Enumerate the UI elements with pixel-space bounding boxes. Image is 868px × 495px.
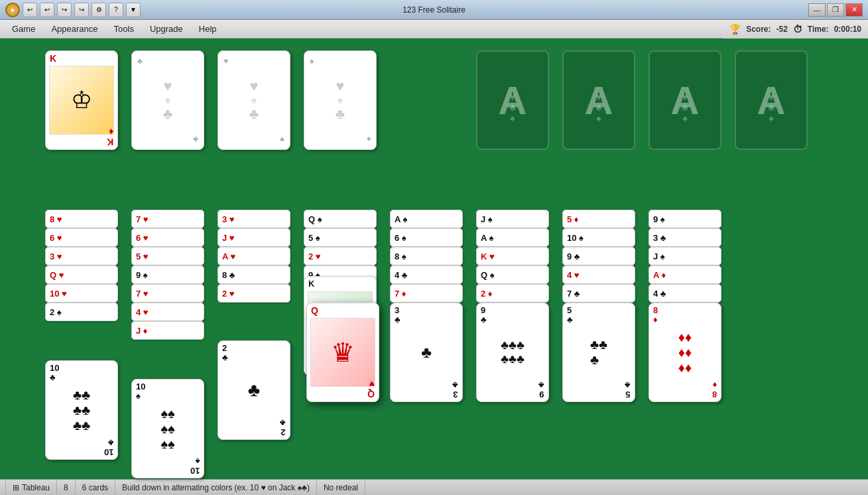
king-art: ♔	[49, 66, 114, 135]
col2-card-3[interactable]: 5 ♥	[131, 247, 204, 265]
toolbar-btn-6[interactable]: ?	[109, 3, 123, 17]
toolbar-btn-5[interactable]: ⚙	[92, 3, 106, 17]
window-controls: — ❐ ✕	[808, 3, 863, 17]
time-value: 0:00:10	[834, 25, 861, 34]
maximize-button[interactable]: ❐	[827, 3, 844, 17]
time-icon: ⏱	[793, 24, 802, 35]
col1-card-6[interactable]: 2 ♠	[45, 303, 118, 321]
game-area[interactable]: K♦ ♔ K♦ ♣ ♥ ♣ ♣ ♠ ♥ ♥ ♣ ♥ ♠ ♠ ♥ ♣ ♠ ♠ A …	[0, 38, 868, 479]
status-card-info: 6 cards	[76, 480, 115, 495]
titlebar-left: ♠ ↩ ↩ ↪ ↪ ⚙ ? ▼	[5, 3, 141, 17]
menu-bar: Game Appearance Tools Upgrade Help 🏆 Sco…	[0, 20, 868, 38]
status-bar: ⊞ Tableau 8 6 cards Build down in altern…	[0, 479, 868, 495]
col6-card-2[interactable]: A ♠	[476, 228, 549, 247]
col5-card-4[interactable]: 4 ♣	[390, 265, 463, 284]
col3-card-2[interactable]: J ♥	[217, 228, 290, 247]
col2-card-2[interactable]: 6 ♥	[131, 228, 204, 247]
status-game-type: ⊞ Tableau	[5, 480, 57, 495]
found2-suits: ♥♣♠	[576, 92, 622, 123]
minimize-button[interactable]: —	[808, 3, 826, 17]
status-build-rule: Build down in alternating colors (ex. 10…	[115, 480, 317, 495]
col2-card-8[interactable]: 10♠ ♠♠♠♠♠♠ 10♠	[131, 379, 204, 478]
toolbar-btn-7[interactable]: ▼	[126, 3, 141, 17]
close-button[interactable]: ✕	[845, 3, 863, 17]
col1-card-4[interactable]: Q ♥	[45, 265, 118, 284]
title-bar: ♠ ↩ ↩ ↪ ↪ ⚙ ? ▼ 123 Free Solitaire — ❐ ✕	[0, 0, 868, 20]
col7-card-6[interactable]: 5♣ ♣♣♣ 5♣	[562, 303, 635, 402]
col6-card-5[interactable]: 2 ♦	[476, 284, 549, 303]
col1-card-1[interactable]: 8 ♥	[45, 210, 118, 228]
stock-card-4[interactable]: ♠ ♥ ♣ ♠ ♠	[304, 50, 377, 150]
col8-card-5[interactable]: 4 ♣	[649, 284, 721, 303]
col3-card-6[interactable]: 2♣ ♣ 2♣	[217, 340, 290, 440]
col7-card-5[interactable]: 7 ♣	[562, 284, 635, 303]
col1-card-3[interactable]: 3 ♥	[45, 247, 118, 265]
col2-card-6[interactable]: 4 ♥	[131, 303, 204, 321]
col3-card-5[interactable]: 2 ♥	[217, 284, 290, 303]
col3-card-1[interactable]: 3 ♥	[217, 210, 290, 228]
app-icon: ♠	[5, 3, 20, 17]
col6-card-1[interactable]: J ♠	[476, 210, 549, 228]
toolbar-btn-2[interactable]: ↩	[40, 3, 54, 17]
card-label-br: K♦	[107, 126, 113, 147]
col5-card-5[interactable]: 7 ♦	[390, 284, 463, 303]
status-redeal: No redeal	[317, 480, 365, 495]
stock-card-3[interactable]: ♥ ♥ ♣ ♥ ♠	[217, 50, 290, 150]
menu-tools[interactable]: Tools	[107, 21, 141, 36]
score-label: Score:	[746, 25, 771, 34]
col7-card-1[interactable]: 5 ♦	[562, 210, 635, 228]
qh-label-br: Q♥	[367, 378, 375, 399]
col5-card-1[interactable]: A ♠	[390, 210, 463, 228]
found3-suits: ♥♣♠	[662, 92, 708, 123]
col5-card-6[interactable]: 3♣ ♣ 3♣	[390, 303, 463, 402]
col3-card-3[interactable]: A ♥	[217, 247, 290, 265]
time-label: Time:	[808, 25, 829, 34]
col2-card-4[interactable]: 9 ♠	[131, 265, 204, 284]
stock-card-2[interactable]: ♣ ♥ ♣ ♣ ♠	[131, 50, 204, 150]
col6-card-6[interactable]: 9♣ ♣♣♣♣♣♣ 9♣	[476, 303, 549, 402]
col8-card-6[interactable]: 8♦ ♦♦♦♦♦♦ 8♦	[649, 303, 721, 402]
col1-card-2[interactable]: 6 ♥	[45, 228, 118, 247]
found4-suits: ♥♣♠	[748, 92, 794, 123]
col4-card-2[interactable]: 5 ♠	[304, 228, 377, 247]
toolbar-btn-1[interactable]: ↩	[23, 3, 37, 17]
toolbar-btn-4[interactable]: ↪	[74, 3, 89, 17]
col6-card-4[interactable]: Q ♠	[476, 265, 549, 284]
col8-card-2[interactable]: 3 ♣	[649, 228, 721, 247]
col5-card-2[interactable]: 6 ♠	[390, 228, 463, 247]
found1-suits: ♥♣♠	[489, 92, 536, 123]
col8-card-1[interactable]: 9 ♠	[649, 210, 721, 228]
toolbar-btn-3[interactable]: ↪	[57, 3, 72, 17]
col2-card-5[interactable]: 7 ♥	[131, 284, 204, 303]
menu-help[interactable]: Help	[192, 21, 223, 36]
window-title: 123 Free Solitaire	[403, 5, 465, 15]
col8-card-3[interactable]: J ♠	[649, 247, 721, 265]
queen-hearts-dragging[interactable]: Q♥ ♛ Q♥	[306, 303, 379, 402]
score-bar: 🏆 Score: -52 ⏱ Time: 0:00:10	[723, 20, 868, 38]
status-icon: ⊞	[13, 483, 19, 492]
col6-card-3[interactable]: K ♥	[476, 247, 549, 265]
col4-card-1[interactable]: Q ♠	[304, 210, 377, 228]
score-icon: 🏆	[729, 24, 741, 35]
stock-card-1[interactable]: K♦ ♔ K♦	[45, 50, 118, 150]
col3-card-4[interactable]: 8 ♣	[217, 265, 290, 284]
col7-card-2[interactable]: 10 ♠	[562, 228, 635, 247]
col5-card-3[interactable]: 8 ♠	[390, 247, 463, 265]
col7-card-4[interactable]: 4 ♥	[562, 265, 635, 284]
col2-card-7[interactable]: J ♦	[131, 321, 204, 340]
col1-card-5[interactable]: 10 ♥	[45, 284, 118, 303]
col4-card-3[interactable]: 2 ♥	[304, 247, 377, 265]
menu-upgrade[interactable]: Upgrade	[143, 21, 190, 36]
col1-card-7[interactable]: 10♣ ♣♣♣♣♣♣ 10♣	[45, 360, 118, 460]
col2-card-1[interactable]: 7 ♥	[131, 210, 204, 228]
col7-card-3[interactable]: 9 ♣	[562, 247, 635, 265]
menu-appearance[interactable]: Appearance	[44, 21, 104, 36]
score-value: -52	[776, 25, 787, 34]
status-col-count: 8	[57, 480, 76, 495]
col8-card-4[interactable]: A ♦	[649, 265, 721, 284]
menu-game[interactable]: Game	[5, 21, 42, 36]
